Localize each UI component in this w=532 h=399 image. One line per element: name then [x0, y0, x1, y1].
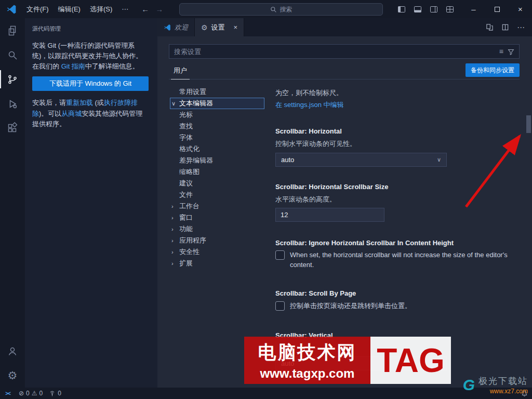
toc-item-suggestions[interactable]: 建议 [170, 178, 264, 189]
tab-settings[interactable]: ⚙ 设置 × [195, 18, 244, 36]
radio-tower-icon [49, 390, 56, 397]
ignore-horizontal-scrollbar-checkbox[interactable] [275, 250, 285, 260]
split-editor-icon[interactable] [501, 23, 509, 31]
chevron-right-icon: › [170, 226, 179, 232]
toc-item-find[interactable]: 查找 [170, 121, 264, 132]
backup-sync-button[interactable]: 备份和同步设置 [466, 63, 520, 77]
source-control-sidebar: 源代码管理 安装 Git (一种流行的源代码管理系统)，以跟踪代码更改并与他人协… [25, 18, 157, 388]
toc-item-security[interactable]: ›安全性 [170, 246, 264, 258]
toc-item-features[interactable]: ›功能 [170, 223, 264, 235]
search-sidebar-icon[interactable] [0, 43, 25, 67]
tab-close-icon[interactable]: × [234, 23, 238, 31]
setting-title-ignore-horizontal-scrollbar: Scrollbar: Ignore Horizontal Scrollbar I… [275, 239, 454, 247]
tab-welcome-label: 欢迎 [175, 23, 188, 32]
chevron-down-icon: ∨ [170, 100, 179, 107]
rulers-desc-partial: 为空，则不绘制标尺。 [275, 88, 343, 98]
maximize-button[interactable] [485, 0, 509, 18]
menu-selection[interactable]: 选择(S) [85, 0, 117, 18]
menu-more-icon[interactable]: ⋯ [117, 0, 133, 18]
toggle-panel-icon[interactable] [414, 5, 422, 14]
toc-item-workbench[interactable]: ›工作台 [170, 201, 264, 212]
toc-item-formatting[interactable]: 格式化 [170, 143, 264, 155]
chevron-right-icon: › [170, 215, 179, 221]
ignore-horizontal-scrollbar-label: When set, the horizontal scrollbar will … [290, 250, 518, 270]
explorer-icon[interactable] [0, 18, 25, 43]
toc-item-minimap[interactable]: 缩略图 [170, 166, 264, 178]
marketplace-link[interactable]: 从商城 [61, 110, 82, 117]
scope-tab-user[interactable]: 用户 [171, 61, 190, 79]
editor-tab-bar: 欢迎 ⚙ 设置 × ⋯ [157, 18, 532, 36]
toc-item-window[interactable]: ›窗口 [170, 212, 264, 223]
edit-in-settings-json-link[interactable]: 在 settings.json 中编辑 [275, 100, 344, 110]
reload-link[interactable]: 重新加载 [66, 99, 93, 107]
source-control-icon[interactable] [0, 67, 25, 91]
chevron-right-icon: › [170, 237, 179, 244]
corner-watermark-url: www.xz7.com [478, 388, 528, 395]
more-actions-icon[interactable]: ⋯ [517, 23, 525, 32]
manage-gear-icon[interactable]: ⚙ [0, 363, 25, 388]
git-guide-link[interactable]: Git 指南 [61, 62, 85, 70]
command-center-search[interactable]: 搜索 [179, 3, 383, 16]
toc-item-diff-editor[interactable]: 差异编辑器 [170, 155, 264, 166]
settings-search-input[interactable] [174, 48, 495, 56]
filter-funnel-icon[interactable] [508, 48, 514, 55]
maximize-icon [495, 7, 500, 12]
download-git-button[interactable]: 下载适用于 Windows 的 Git [32, 76, 149, 91]
editor-area: 欢迎 ⚙ 设置 × ⋯ ≡ 用户 [157, 18, 532, 388]
setting-desc-scrollbar-horizontal: 控制水平滚动条的可见性。 [275, 139, 356, 149]
warning-icon: ⚠ [32, 390, 37, 397]
accounts-icon[interactable] [0, 339, 25, 363]
search-placeholder-text: 搜索 [280, 5, 292, 14]
corner-watermark: G 极光下载站 www.xz7.com [463, 375, 528, 395]
watermark-site-name: 电脑技术网 [258, 340, 357, 365]
run-debug-icon[interactable] [0, 91, 25, 116]
status-bar: >< ⊘ 0 ⚠ 0 0 [0, 388, 532, 399]
go-back-icon[interactable]: ← [141, 5, 149, 14]
toggle-secondary-sidebar-icon[interactable] [430, 5, 438, 14]
toc-item-cursor[interactable]: 光标 [170, 109, 264, 121]
toc-item-files[interactable]: 文件 [170, 189, 264, 201]
settings-editor: ≡ 用户 备份和同步设置 常用设置 ∨文本编辑器 光标 查找 字体 格式化 差异… [157, 36, 532, 388]
editor-actions: ⋯ [486, 18, 532, 36]
open-changes-icon[interactable] [486, 23, 494, 31]
close-window-button[interactable]: × [509, 0, 532, 18]
scroll-by-page-checkbox[interactable] [275, 301, 285, 311]
activity-bar: ⚙ [0, 18, 25, 388]
toc-item-extensions[interactable]: ›扩展 [170, 258, 264, 269]
settings-search-box[interactable]: ≡ [169, 44, 520, 59]
titlebar-right-controls: – × [397, 0, 532, 18]
sidebar-title: 源代码管理 [32, 18, 149, 41]
toc-item-application[interactable]: ›应用程序 [170, 235, 264, 246]
toc-item-font[interactable]: 字体 [170, 132, 264, 143]
settings-scrollbar-thumb[interactable] [526, 115, 531, 133]
problems-indicator[interactable]: ⊘ 0 ⚠ 0 [16, 388, 46, 399]
setting-desc-horizontal-scrollbar-size: 水平滚动条的高度。 [275, 195, 336, 204]
customize-layout-icon[interactable] [446, 5, 454, 14]
toc-item-common[interactable]: 常用设置 [170, 86, 264, 98]
git-install-paragraph: 安装 Git (一种流行的源代码管理系统)，以跟踪代码更改并与他人协作。在我们的… [32, 41, 149, 72]
toc-item-text-editor[interactable]: ∨文本编辑器 [170, 98, 264, 109]
menu-edit[interactable]: 编辑(E) [54, 0, 85, 18]
watermark-banner-left: 电脑技术网 www.tagxp.com [244, 337, 370, 384]
toggle-sidebar-icon[interactable] [397, 5, 406, 14]
setting-title-horizontal-scrollbar-size: Scrollbar: Horizontal Scrollbar Size [275, 183, 388, 191]
error-icon: ⊘ [19, 390, 24, 397]
horizontal-scrollbar-size-input[interactable] [275, 208, 384, 222]
after-install-paragraph: 安装后，请重新加载 (或执行故障排除)。可以从商城安装其他源代码管理提供程序。 [32, 98, 149, 129]
corner-watermark-logo: G [463, 377, 475, 393]
menu-file[interactable]: 文件(F) [22, 0, 54, 18]
settings-toc: 常用设置 ∨文本编辑器 光标 查找 字体 格式化 差异编辑器 缩略图 建议 文件… [170, 86, 264, 269]
remote-indicator-icon[interactable]: >< [0, 388, 16, 399]
settings-tab-gear-icon: ⚙ [201, 23, 208, 32]
minimize-button[interactable]: – [462, 0, 485, 18]
extensions-icon[interactable] [0, 116, 25, 140]
scrollbar-horizontal-select[interactable]: auto∨ [275, 153, 447, 167]
clear-filters-icon[interactable]: ≡ [499, 47, 503, 56]
settings-scope-row: 用户 备份和同步设置 [169, 61, 520, 79]
setting-title-scrollbar-horizontal: Scrollbar: Horizontal [275, 127, 342, 135]
tab-welcome[interactable]: 欢迎 [157, 18, 195, 36]
scroll-by-page-row: 控制单击按页滚动还是跳转到单击位置。 [275, 301, 518, 311]
ports-indicator[interactable]: 0 [46, 388, 64, 399]
go-forward-icon[interactable]: → [155, 5, 163, 14]
vscode-tab-icon [164, 24, 171, 31]
